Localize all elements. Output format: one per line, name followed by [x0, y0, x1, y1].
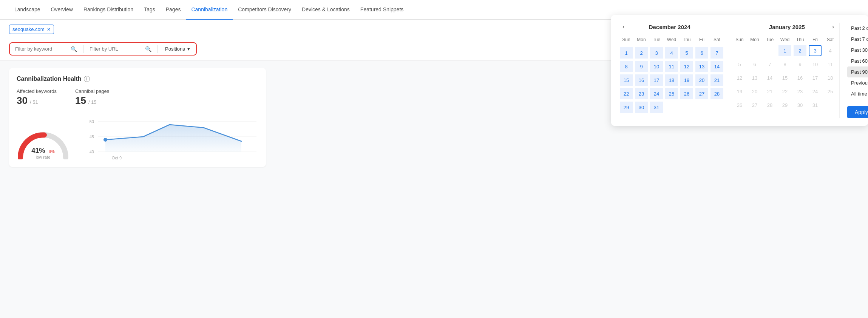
dec-day-8[interactable]: 8	[620, 61, 633, 72]
filter-group: 🔍 🔍 Positions ▾	[9, 42, 197, 56]
gauge-area: 41% -6% low rate 50 45 40	[17, 114, 258, 159]
january-calendar: January 2025 › Sun Mon Tue Wed Thu Fri S…	[732, 23, 838, 118]
svg-text:45: 45	[90, 134, 94, 139]
dec-day-21[interactable]: 21	[710, 74, 723, 86]
dec-day-1[interactable]: 1	[620, 47, 633, 59]
quick-range-past-30-days[interactable]: Past 30 days	[847, 45, 868, 56]
dec-day-7[interactable]: 7	[710, 47, 723, 59]
dec-day-29[interactable]: 29	[620, 102, 633, 113]
nav-item-tags[interactable]: Tags	[139, 0, 161, 20]
jan-day-14[interactable]: 14	[763, 72, 776, 83]
dec-day-17[interactable]: 17	[650, 74, 663, 86]
jan-day-31[interactable]: 31	[809, 99, 822, 111]
nav-item-rankings-distribution[interactable]: Rankings Distribution	[78, 0, 139, 20]
dec-day-11[interactable]: 11	[665, 61, 678, 72]
prev-month-button[interactable]: ‹	[620, 23, 627, 31]
jan-day-24[interactable]: 24	[809, 86, 822, 97]
positions-dropdown[interactable]: Positions ▾	[161, 45, 194, 53]
jan-day-5[interactable]: 5	[733, 59, 746, 70]
nav-item-landscape[interactable]: Landscape	[9, 0, 46, 20]
domain-label: seoquake.com	[12, 26, 45, 32]
jan-day-23[interactable]: 23	[794, 86, 806, 97]
dec-day-18[interactable]: 18	[665, 74, 678, 86]
dec-day-30[interactable]: 30	[635, 102, 648, 113]
quick-range-previous-month[interactable]: Previous month	[847, 77, 868, 88]
quick-range-past-7-days[interactable]: Past 7 days	[847, 34, 868, 45]
jan-day-2[interactable]: 2	[794, 45, 806, 56]
jan-day-21[interactable]: 21	[763, 86, 776, 97]
quick-range-past-60-days[interactable]: Past 60 days	[847, 56, 868, 66]
dec-day-22[interactable]: 22	[620, 88, 633, 99]
dec-day-25[interactable]: 25	[665, 88, 678, 99]
domain-badge[interactable]: seoquake.com ✕	[9, 25, 54, 34]
jan-day-29[interactable]: 29	[778, 99, 791, 111]
nav-item-competitors-discovery[interactable]: Competitors Discovery	[233, 0, 297, 20]
jan-day-12[interactable]: 12	[733, 72, 746, 83]
jan-day-15[interactable]: 15	[778, 72, 791, 83]
dec-day-14[interactable]: 14	[710, 61, 723, 72]
dec-day-16[interactable]: 16	[635, 74, 648, 86]
jan-day-3[interactable]: 3	[809, 45, 822, 56]
jan-day-6[interactable]: 6	[748, 59, 761, 70]
nav-item-cannibalization[interactable]: Cannibalization	[186, 0, 233, 20]
apply-button[interactable]: Apply	[847, 106, 868, 118]
jan-day-28[interactable]: 28	[763, 99, 776, 111]
quick-range-past-2-days[interactable]: Past 2 days	[847, 23, 868, 34]
dec-day-4[interactable]: 4	[665, 47, 678, 59]
dec-day-15[interactable]: 15	[620, 74, 633, 86]
svg-text:50: 50	[90, 119, 94, 124]
nav-item-featured-snippets[interactable]: Featured Snippets	[355, 0, 409, 20]
close-icon[interactable]: ✕	[47, 27, 51, 32]
dec-day-5[interactable]: 5	[680, 47, 693, 59]
jan-day-1[interactable]: 1	[778, 45, 791, 56]
jan-day-8[interactable]: 8	[778, 59, 791, 70]
dec-day-9[interactable]: 9	[635, 61, 648, 72]
url-filter-input[interactable]	[86, 45, 154, 53]
dec-day-20[interactable]: 20	[695, 74, 708, 86]
jan-day-16[interactable]: 16	[794, 72, 806, 83]
gauge-sub-label: low rate	[31, 155, 54, 159]
dec-day-2[interactable]: 2	[635, 47, 648, 59]
jan-day-27[interactable]: 27	[748, 99, 761, 111]
dec-day-10[interactable]: 10	[650, 61, 663, 72]
dec-day-28[interactable]: 28	[710, 88, 723, 99]
nav-item-devices--locations[interactable]: Devices & Locations	[297, 0, 355, 20]
dec-day-12[interactable]: 12	[680, 61, 693, 72]
dec-day-27[interactable]: 27	[695, 88, 708, 99]
nav-item-pages[interactable]: Pages	[161, 0, 186, 20]
quick-range-past-90-days[interactable]: Past 90 days	[847, 66, 868, 77]
jan-day-30[interactable]: 30	[794, 99, 806, 111]
dec-day-3[interactable]: 3	[650, 47, 663, 59]
jan-day-11[interactable]: 11	[824, 59, 837, 70]
jan-day-19[interactable]: 19	[733, 86, 746, 97]
keyword-filter-input[interactable]	[12, 45, 80, 53]
calendars-container: ‹ December 2024 Sun Mon Tue Wed Thu Fri	[619, 23, 838, 118]
dec-day-31[interactable]: 31	[650, 102, 663, 113]
jan-day-25[interactable]: 25	[824, 86, 837, 97]
dec-day-24[interactable]: 24	[650, 88, 663, 99]
jan-day-20[interactable]: 20	[748, 86, 761, 97]
dec-day-13[interactable]: 13	[695, 61, 708, 72]
jan-day-17[interactable]: 17	[809, 72, 822, 83]
weekday-sun: Sun	[619, 36, 634, 44]
jan-day-4[interactable]: 4	[824, 45, 837, 56]
nav-item-overview[interactable]: Overview	[46, 0, 78, 20]
affected-keywords-total: / 51	[30, 99, 38, 105]
dec-day-23[interactable]: 23	[635, 88, 648, 99]
quick-range-all-time[interactable]: All time	[847, 88, 868, 99]
jan-day-22[interactable]: 22	[778, 86, 791, 97]
jan-day-13[interactable]: 13	[748, 72, 761, 83]
dec-day-19[interactable]: 19	[680, 74, 693, 86]
weekday-wed-jan: Wed	[777, 36, 792, 44]
keyword-search-icon[interactable]: 🔍	[71, 46, 77, 52]
next-month-button[interactable]: ›	[830, 23, 836, 31]
jan-day-26[interactable]: 26	[733, 99, 746, 111]
jan-day-10[interactable]: 10	[809, 59, 822, 70]
jan-day-18[interactable]: 18	[824, 72, 837, 83]
url-search-icon[interactable]: 🔍	[145, 46, 151, 52]
dec-day-6[interactable]: 6	[695, 47, 708, 59]
dec-day-26[interactable]: 26	[680, 88, 693, 99]
info-icon[interactable]: i	[84, 76, 90, 82]
jan-day-9[interactable]: 9	[794, 59, 806, 70]
jan-day-7[interactable]: 7	[763, 59, 776, 70]
